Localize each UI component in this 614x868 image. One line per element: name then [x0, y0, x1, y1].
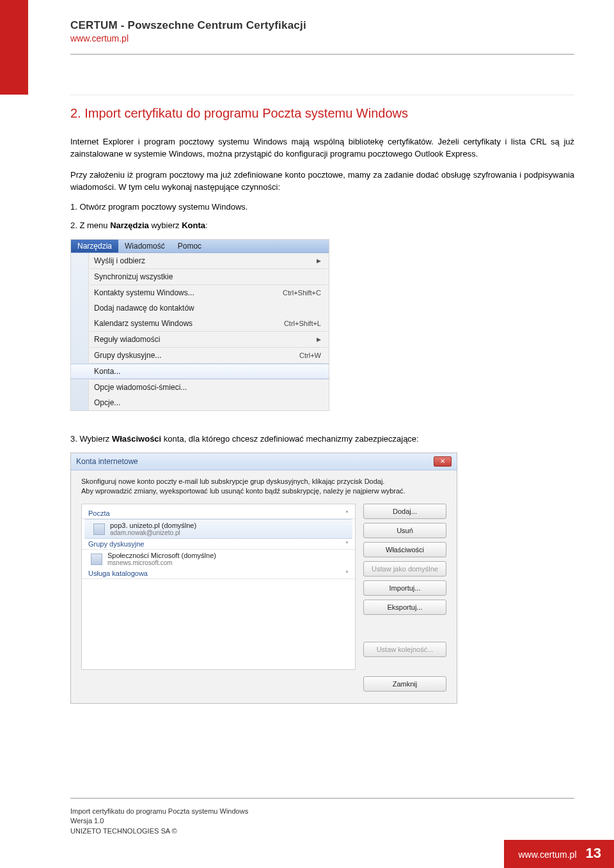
dialog-title: Konta internetowe	[76, 457, 138, 466]
header-rule-light	[70, 95, 574, 95]
chevron-down-icon: ˅	[345, 570, 349, 577]
step-2-bold-1: Narzędzia	[110, 221, 149, 230]
header-rule	[70, 54, 574, 55]
properties-button[interactable]: Właściwości	[363, 542, 446, 557]
header-title: CERTUM - Powszechne Centrum Certyfikacji	[70, 19, 306, 32]
menu-item-shortcut: Ctrl+Shift+L	[284, 320, 321, 327]
footer-badge: www.certum.pl 13	[504, 840, 614, 868]
remove-button[interactable]: Usuń	[363, 523, 446, 538]
intro-para-1: Internet Explorer i program pocztowy sys…	[70, 136, 574, 160]
menu-item-label: Grupy dyskusyjne...	[94, 351, 161, 360]
footer-url: www.certum.pl	[518, 849, 576, 860]
menu-item-message-rules[interactable]: Reguły wiadomości ▶	[71, 332, 329, 347]
chevron-up-icon: ˄	[345, 510, 349, 517]
menu-item-shortcut: Ctrl+Shift+C	[283, 289, 321, 297]
menu-item-label: Reguły wiadomości	[94, 335, 160, 344]
step-3-pre: 3. Wybierz	[70, 434, 112, 444]
page-number: 13	[586, 845, 601, 862]
footer-line-3: UNIZETO TECHNOLOGIES SA ©	[70, 826, 248, 836]
section-label: Poczta	[88, 509, 110, 517]
menu-tabstrip: Narzędzia Wiadomość Pomoc	[71, 240, 329, 253]
footer-text: Import certyfikatu do programu Poczta sy…	[70, 807, 248, 836]
menu-item-label: Opcje wiadomości-śmieci...	[94, 383, 187, 392]
menu-tab-pomoc[interactable]: Pomoc	[171, 240, 208, 252]
footer-line-1: Import certyfikatu do programu Poczta sy…	[70, 807, 248, 816]
dialog-titlebar: Konta internetowe ✕	[71, 453, 457, 470]
mail-account-text: pop3. unizeto.pl (domyślne) adam.nowak@u…	[110, 522, 196, 536]
menu-item-label: Kontakty systemu Windows...	[94, 288, 194, 297]
step-1: 1. Otwórz program pocztowy systemu Windo…	[70, 202, 574, 212]
menu-item-sync-all[interactable]: Synchronizuj wszystkie	[71, 269, 329, 284]
intro-para-2: Przy założeniu iż program pocztowy ma ju…	[70, 169, 574, 194]
menu-item-label: Kalendarz systemu Windows	[94, 319, 193, 328]
header-url: www.certum.pl	[70, 33, 306, 43]
news-account-server: msnews.microsoft.com	[107, 559, 216, 566]
export-button[interactable]: Eksportuj...	[363, 600, 446, 615]
mail-account-row[interactable]: pop3. unizeto.pl (domyślne) adam.nowak@u…	[84, 519, 352, 539]
menu-body: Wyślij i odbierz ▶ Synchronizuj wszystki…	[71, 253, 329, 410]
account-section-news[interactable]: Grupy dyskusyjne ˄	[82, 539, 355, 550]
set-order-button[interactable]: Ustaw kolejność...	[363, 642, 446, 657]
tools-menu-screenshot: Narzędzia Wiadomość Pomoc Wyślij i odbie…	[70, 239, 329, 411]
accounts-dialog-screenshot: Konta internetowe ✕ Skonfiguruj nowe kon…	[70, 453, 457, 704]
step-2: 2. Z menu Narzędzia wybierz Konta:	[70, 221, 574, 230]
dialog-desc-line-2: Aby wprowadzić zmiany, wyeksportować lub…	[81, 486, 446, 496]
section-title: 2. Import certyfikatu do programu Poczta…	[70, 106, 574, 121]
menu-item-accounts[interactable]: Konta...	[71, 364, 329, 379]
section-label: Usługa katalogowa	[88, 570, 148, 577]
add-button[interactable]: Dodaj...	[363, 504, 446, 519]
menu-item-junk-options[interactable]: Opcje wiadomości-śmieci...	[71, 380, 329, 395]
dialog-close-button[interactable]: ✕	[434, 456, 452, 467]
page-header: CERTUM - Powszechne Centrum Certyfikacji…	[70, 19, 306, 43]
news-account-row[interactable]: Społeczności Microsoft (domyślne) msnews…	[82, 550, 355, 568]
footer-rule	[70, 798, 574, 799]
red-sidebar	[0, 0, 28, 95]
news-account-icon	[91, 554, 102, 565]
menu-item-newsgroups[interactable]: Grupy dyskusyjne... Ctrl+W	[71, 348, 329, 363]
step-2-mid: wybierz	[149, 221, 182, 230]
menu-item-label: Konta...	[94, 367, 120, 376]
account-list: Poczta ˄ pop3. unizeto.pl (domyślne) ada…	[81, 504, 356, 670]
dialog-desc-line-1: Skonfiguruj nowe konto poczty e-mail lub…	[81, 477, 446, 486]
step-2-post: :	[205, 221, 208, 230]
step-2-bold-2: Konta	[182, 221, 205, 230]
menu-item-label: Dodaj nadawcę do kontaktów	[94, 304, 194, 313]
step-3-post: konta, dla którego chcesz zdefiniować me…	[161, 434, 419, 444]
menu-item-add-sender[interactable]: Dodaj nadawcę do kontaktów	[71, 300, 329, 316]
chevron-up-icon: ˄	[345, 541, 349, 548]
set-default-button[interactable]: Ustaw jako domyślne	[363, 561, 446, 577]
close-button[interactable]: Zamknij	[363, 676, 446, 692]
menu-item-calendar[interactable]: Kalendarz systemu Windows Ctrl+Shift+L	[71, 316, 329, 331]
mail-account-icon	[93, 523, 105, 535]
account-section-directory[interactable]: Usługa katalogowa ˅	[82, 568, 355, 579]
account-section-mail[interactable]: Poczta ˄	[82, 508, 355, 519]
step-3-bold: Właściwości	[112, 434, 161, 444]
dialog-body: Poczta ˄ pop3. unizeto.pl (domyślne) ada…	[71, 501, 457, 703]
menu-item-shortcut: Ctrl+W	[299, 352, 321, 359]
news-account-text: Społeczności Microsoft (domyślne) msnews…	[107, 552, 216, 566]
menu-item-contacts[interactable]: Kontakty systemu Windows... Ctrl+Shift+C	[71, 285, 329, 300]
menu-item-label: Wyślij i odbierz	[94, 256, 145, 265]
news-account-name: Społeczności Microsoft (domyślne)	[107, 552, 216, 559]
submenu-arrow-icon: ▶	[317, 336, 321, 343]
submenu-arrow-icon: ▶	[317, 258, 321, 264]
dialog-button-column: Dodaj... Usuń Właściwości Ustaw jako dom…	[363, 504, 446, 692]
menu-item-label: Opcje...	[94, 398, 120, 407]
step-3: 3. Wybierz Właściwości konta, dla któreg…	[70, 434, 574, 444]
import-button[interactable]: Importuj...	[363, 580, 446, 596]
menu-item-options[interactable]: Opcje...	[71, 395, 329, 410]
content-area: 2. Import certyfikatu do programu Poczta…	[70, 106, 574, 704]
section-label: Grupy dyskusyjne	[88, 540, 144, 548]
mail-account-name: pop3. unizeto.pl (domyślne)	[110, 522, 196, 529]
menu-tab-narzedzia[interactable]: Narzędzia	[71, 240, 118, 252]
step-2-pre: 2. Z menu	[70, 221, 110, 230]
mail-account-email: adam.nowak@unizeto.pl	[110, 529, 196, 536]
menu-item-send-receive[interactable]: Wyślij i odbierz ▶	[71, 253, 329, 268]
menu-tab-wiadomosc[interactable]: Wiadomość	[118, 240, 171, 252]
footer-line-2: Wersja 1.0	[70, 816, 248, 826]
menu-item-label: Synchronizuj wszystkie	[94, 272, 173, 281]
dialog-description: Skonfiguruj nowe konto poczty e-mail lub…	[71, 470, 457, 501]
